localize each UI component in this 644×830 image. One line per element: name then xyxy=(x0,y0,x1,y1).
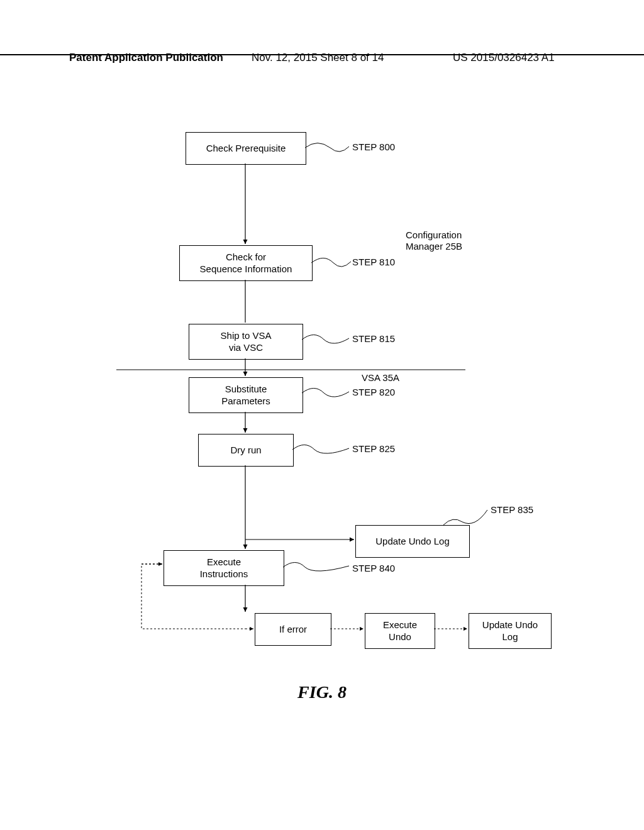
header-publication: Patent Application Publication xyxy=(69,52,223,64)
page-header: Patent Application Publication Nov. 12, … xyxy=(0,52,644,55)
header-patent-number: US 2015/0326423 A1 xyxy=(453,52,555,64)
header-date-sheet: Nov. 12, 2015 Sheet 8 of 14 xyxy=(252,52,384,64)
flowchart-diagram: Check Prerequisite Check for Sequence In… xyxy=(82,119,572,673)
figure-caption: FIG. 8 xyxy=(0,682,644,702)
connector-overlay xyxy=(82,119,572,673)
